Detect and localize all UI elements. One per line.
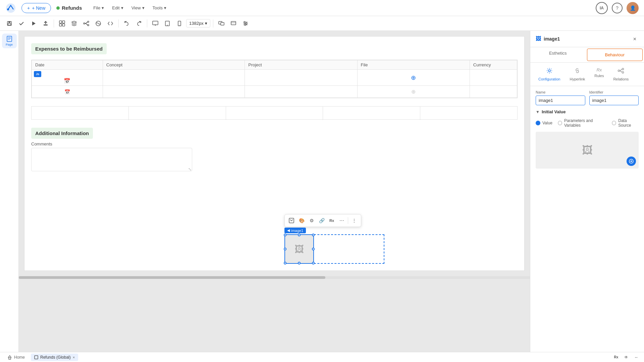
routing-button[interactable] [81, 18, 92, 29]
resize-handle-tr[interactable] [312, 234, 315, 236]
resize-handle-mr[interactable] [312, 248, 315, 250]
px-display[interactable]: 1382px ▾ [186, 19, 210, 27]
subtab-hyperlink[interactable]: Hyperlink [566, 65, 589, 83]
desktop-view-button[interactable] [150, 18, 161, 29]
resize-handle-ml[interactable] [284, 248, 286, 250]
select-tool-button[interactable] [287, 216, 296, 225]
save-button[interactable] [4, 18, 15, 29]
radio-params[interactable]: Parameters and Variables [558, 118, 606, 128]
resize-handle-bl[interactable] [284, 262, 286, 264]
canvas-area[interactable]: Expenses to be Reimbursed Date Concept P… [19, 31, 530, 352]
help-button[interactable]: ? [612, 3, 623, 13]
tab-behaviour[interactable]: Behaviour [587, 49, 643, 61]
home-label: Home [14, 355, 25, 360]
subtab-configuration[interactable]: Configuration [534, 65, 564, 83]
expenses-table: Date Concept Project File Currency [31, 60, 518, 98]
more-button[interactable]: ⋮ [350, 216, 359, 225]
close-panel-button[interactable]: ✕ [631, 35, 639, 43]
tab-esthetics[interactable]: Esthetics [530, 47, 586, 62]
esthetics-label: Esthetics [549, 51, 567, 56]
radio-datasource[interactable]: Data Source [612, 118, 639, 128]
spacer-cell-2 [129, 107, 226, 120]
main-layout: Page Expenses to be Reimbursed Date Conc… [0, 31, 644, 352]
redo-button[interactable] [133, 18, 144, 29]
ia-button[interactable]: IA [596, 2, 608, 14]
table-row: Js 📅 ⊕ [32, 70, 517, 86]
tools-menu[interactable]: Tools ▾ [149, 3, 170, 12]
image-element[interactable]: 🖼 [284, 234, 314, 264]
add-file-icon[interactable]: ⊕ [411, 74, 416, 81]
right-panel-header: 🖼 image1 ✕ [530, 31, 644, 47]
sidebar-item-page[interactable]: Page [2, 34, 17, 48]
play-button[interactable] [28, 18, 39, 29]
svg-rect-8 [62, 21, 65, 23]
svg-rect-7 [59, 21, 62, 23]
logo-icon [5, 3, 16, 13]
upload-image-button[interactable] [627, 157, 636, 166]
svg-marker-5 [32, 21, 36, 25]
plus-icon: + [27, 5, 30, 11]
home-tab[interactable]: Home [4, 354, 28, 361]
link-button[interactable]: 🔗 [317, 216, 326, 225]
new-button[interactable]: + + New [21, 3, 51, 13]
hyperlink-label: Hyperlink [570, 77, 585, 81]
layers-button[interactable] [69, 18, 79, 29]
svg-rect-9 [59, 24, 62, 26]
view-menu[interactable]: View ▾ [128, 3, 148, 12]
resize-handle-tc[interactable] [298, 234, 301, 236]
preview-button[interactable] [228, 18, 239, 29]
horizontal-scrollbar[interactable] [19, 276, 530, 279]
identifier-input[interactable] [589, 96, 639, 105]
resize-handle: ⤡ [188, 167, 192, 172]
scroll-thumb[interactable] [19, 276, 325, 279]
eye-bottom-icon[interactable]: 👁 [623, 354, 630, 361]
mobile-view-button[interactable] [174, 18, 185, 29]
resize-handle-tl[interactable] [284, 234, 286, 236]
relations-icon [618, 67, 624, 76]
add-file-icon-2[interactable]: ⊕ [411, 89, 416, 95]
svg-rect-23 [221, 22, 224, 25]
sidebar-page-label: Page [6, 43, 13, 46]
undo-button[interactable] [121, 18, 132, 29]
file-menu[interactable]: File ▾ [90, 3, 107, 12]
refunds-tab[interactable]: Refunds (Global) × [31, 354, 78, 361]
settings-gear-button[interactable]: ⚙ [307, 216, 316, 225]
radio-value[interactable]: Value [536, 118, 552, 128]
chevron-left-icon: ◀ [287, 228, 290, 233]
comments-textarea[interactable] [31, 148, 192, 171]
subtab-rules[interactable]: Rx Rules [590, 65, 608, 83]
radio-value-label: Value [542, 121, 552, 125]
code-button[interactable] [105, 18, 116, 29]
user-avatar[interactable]: 👤 [627, 2, 639, 14]
js-badge: Js [34, 71, 41, 77]
rx-button[interactable]: Rx [327, 216, 336, 225]
cell-currency-1 [470, 70, 517, 86]
table-row: 📅 ⊕ [32, 86, 517, 98]
resize-handle-bc[interactable] [298, 262, 301, 264]
cell-date-1: Js 📅 [32, 70, 103, 86]
chevron-down-icon: ▾ [205, 21, 207, 26]
svg-line-42 [620, 69, 622, 71]
svg-point-13 [88, 24, 89, 26]
multi-screen-button[interactable] [216, 18, 227, 29]
rx-bottom-icon[interactable]: Rx [612, 354, 620, 361]
arrow-expand-icon[interactable]: ↔ [633, 354, 640, 361]
components-button[interactable] [57, 18, 67, 29]
datasource-button[interactable] [93, 18, 104, 29]
export-button[interactable] [40, 18, 51, 29]
style-button[interactable]: 🎨 [297, 216, 306, 225]
check-button[interactable] [16, 18, 27, 29]
settings-button[interactable] [240, 18, 251, 29]
cell-date-2: 📅 [32, 86, 103, 98]
resize-handle-br[interactable] [312, 262, 315, 264]
px-value: 1382px [189, 21, 204, 26]
relations-button[interactable]: ⋯ [337, 216, 346, 225]
edit-menu[interactable]: Edit ▾ [109, 3, 126, 12]
panel-title-text: image1 [544, 36, 560, 42]
close-tab-button[interactable]: × [73, 355, 75, 359]
subtab-relations[interactable]: Relations [609, 65, 633, 83]
preview-placeholder-icon: 🖼 [582, 144, 593, 157]
tablet-view-button[interactable] [162, 18, 173, 29]
view-menu-label: View [131, 5, 141, 10]
name-input[interactable] [536, 96, 585, 105]
